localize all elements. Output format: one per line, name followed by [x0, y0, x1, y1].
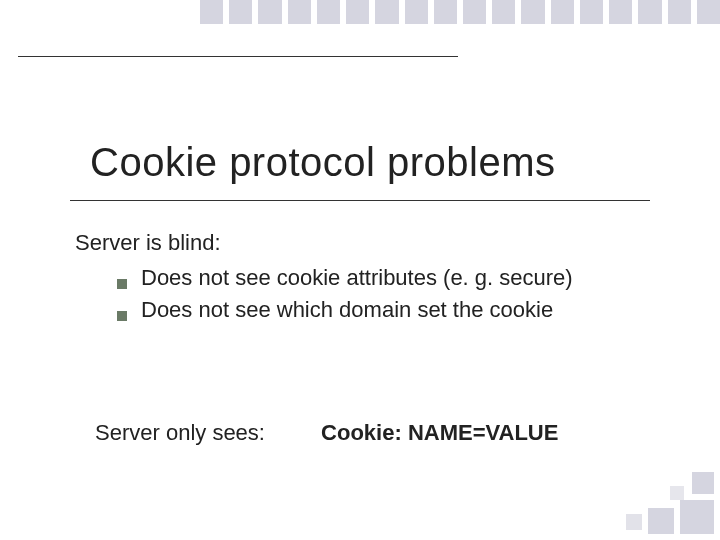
bottom-right-square-cluster	[594, 454, 714, 534]
footer-value: Cookie: NAME=VALUE	[321, 420, 558, 446]
footer-label: Server only sees:	[95, 420, 265, 446]
bullet-text: Does not see cookie attributes (e. g. se…	[141, 262, 573, 294]
square-bullet-icon	[117, 279, 127, 289]
top-square-row	[200, 0, 720, 24]
list-item: Does not see cookie attributes (e. g. se…	[117, 262, 660, 294]
bullet-list: Does not see cookie attributes (e. g. se…	[117, 262, 660, 326]
title-underline	[70, 200, 650, 201]
slide-title: Cookie protocol problems	[90, 140, 556, 185]
top-divider	[18, 56, 458, 57]
bullet-text: Does not see which domain set the cookie	[141, 294, 553, 326]
list-item: Does not see which domain set the cookie	[117, 294, 660, 326]
footer-line: Server only sees: Cookie: NAME=VALUE	[95, 420, 660, 446]
lead-text: Server is blind:	[75, 230, 660, 256]
slide-body: Server is blind: Does not see cookie att…	[75, 230, 660, 326]
square-bullet-icon	[117, 311, 127, 321]
